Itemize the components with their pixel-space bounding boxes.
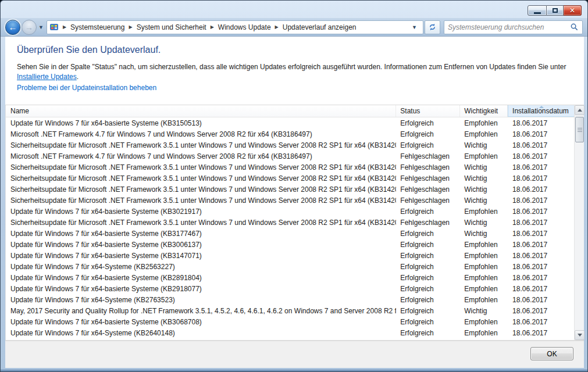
footer-bar: OK [5,341,584,368]
cell-importance: Empfohlen [460,263,508,271]
cell-status: Erfolgreich [396,307,460,315]
table-row[interactable]: Update für Windows 7 für x64-basierte Sy… [6,228,574,239]
cell-status: Fehlgeschlagen [396,163,460,171]
table-row[interactable]: Update für Windows 7 für x64-Systeme (KB… [6,327,574,338]
cell-importance: Empfohlen [460,329,508,337]
table-row[interactable]: May, 2017 Security and Quality Rollup fo… [6,305,574,316]
search-input[interactable] [448,22,570,33]
cell-importance: Wichtig [460,141,508,149]
column-header-status[interactable]: Status [396,105,460,117]
cell-name: Sicherheitsupdate für Microsoft .NET Fra… [6,163,396,171]
cell-name: May, 2017 Security and Quality Rollup fo… [6,307,396,315]
cell-importance: Empfohlen [460,285,508,293]
installed-updates-link[interactable]: Installierte Updates [17,73,77,81]
search-box[interactable] [444,20,583,34]
table-row[interactable]: Microsoft .NET Framework 4.7 für Windows… [6,128,574,140]
table-row[interactable]: Sicherheitsupdate für Microsoft .NET Fra… [6,173,574,184]
cell-installdate: 18.06.2017 [508,152,574,160]
thumb-grip-icon [578,130,582,130]
cell-installdate: 18.06.2017 [508,241,574,249]
title-bar[interactable]: ✕ [1,1,587,18]
table-row[interactable]: Update für Windows 7 für x64-Systeme (KB… [6,294,574,305]
column-header-installdate[interactable]: Installationsdatum [508,105,574,117]
breadcrumb-item[interactable]: Updateverlauf anzeigen [283,23,357,31]
vertical-scrollbar[interactable] [574,105,584,340]
table-row[interactable]: Update für Windows 7 für x64-basierte Sy… [6,316,574,327]
table-row[interactable]: Sicherheitsupdate für Microsoft .NET Fra… [6,140,574,151]
ok-button[interactable]: OK [530,347,573,360]
maximize-button[interactable] [547,5,564,16]
breadcrumb-chevron-icon[interactable]: ▶ [271,24,283,30]
close-button[interactable]: ✕ [564,5,582,16]
breadcrumb-chevron-icon[interactable]: ▶ [124,24,136,30]
back-button[interactable]: ← [5,20,20,35]
cell-name: Sicherheitsupdate für Microsoft .NET Fra… [6,141,396,149]
table-row[interactable]: Update für Windows 7 für x64-basierte Sy… [6,206,574,217]
cell-importance: Empfohlen [460,130,508,138]
table-row[interactable]: Update für Windows 7 für x64-basierte Sy… [6,250,574,261]
navigation-bar: ← → ▼ ▶ Systemsteuerung ▶ System und S [1,18,587,37]
cell-installdate: 18.06.2017 [508,196,574,205]
breadcrumb-chevron-icon[interactable]: ▶ [206,24,218,30]
cell-name: Update für Windows 7 für x64-basierte Sy… [6,119,396,127]
cell-installdate: 18.06.2017 [508,252,574,260]
scrollbar-thumb[interactable] [575,117,584,142]
table-row[interactable]: Microsoft .NET Framework 4.7 für Windows… [6,151,574,162]
magnifier-icon[interactable] [570,23,579,31]
forward-button[interactable]: → [22,20,37,35]
table-row[interactable]: Update für Windows 7 für x64-Systeme (KB… [6,261,574,272]
cell-status: Erfolgreich [396,141,460,149]
explorer-window: ✕ ← → ▼ ▶ Systemsteuerung [0,0,588,372]
description-period: . [77,73,79,81]
cell-status: Fehlgeschlagen [396,196,460,205]
cell-importance: Empfohlen [460,296,508,304]
control-panel-icon [49,23,59,32]
table-row[interactable]: Sicherheitsupdate für Microsoft .NET Fra… [6,184,574,195]
cell-installdate: 18.06.2017 [508,274,574,282]
table-row[interactable]: Update für Windows 7 für x64-basierte Sy… [6,117,574,128]
cell-status: Fehlgeschlagen [396,219,460,227]
breadcrumb-item[interactable]: System und Sicherheit [137,23,206,31]
history-dropdown-button[interactable]: ▼ [38,24,44,30]
table-row[interactable]: Update für Windows 7 für x64-basierte Sy… [6,283,574,294]
cell-name: Update für Windows 7 für x64-Systeme (KB… [6,263,396,271]
cell-installdate: 18.06.2017 [508,119,574,127]
address-bar[interactable]: ▶ Systemsteuerung ▶ System und Sicherhei… [47,20,423,34]
troubleshoot-link[interactable]: Probleme bei der Updateinstallation behe… [17,84,156,92]
cell-installdate: 18.06.2017 [508,263,574,271]
breadcrumb-chevron-icon[interactable]: ▶ [59,24,70,30]
cell-status: Erfolgreich [396,119,460,127]
breadcrumb-item[interactable]: Windows Update [218,23,271,31]
cell-installdate: 18.06.2017 [508,174,574,183]
arrow-right-icon: → [25,23,33,32]
description-text: Sehen Sie in der Spalte "Status" nach, u… [17,63,566,71]
refresh-button[interactable] [425,20,440,34]
cell-installdate: 18.06.2017 [508,130,574,138]
minimize-button[interactable] [528,5,547,16]
scroll-up-button[interactable] [575,105,585,115]
cell-importance: Wichtig [460,219,508,227]
thumb-grip-icon [578,131,582,132]
breadcrumb-item[interactable]: Systemsteuerung [70,23,124,31]
content-area: Überprüfen Sie den Updateverlauf. Sehen … [5,37,584,341]
table-row[interactable]: Sicherheitsupdate für Microsoft .NET Fra… [6,162,574,173]
cell-status: Erfolgreich [396,241,460,249]
cell-installdate: 18.06.2017 [508,230,574,238]
table-row[interactable]: Update für Windows 7 für x64-basierte Sy… [6,272,574,283]
column-header-importance[interactable]: Wichtigkeit [460,105,508,117]
table-row[interactable]: Sicherheitsupdate für Microsoft .NET Fra… [6,217,574,228]
column-header-name[interactable]: Name [6,105,396,117]
cell-status: Erfolgreich [396,263,460,271]
table-row[interactable]: Update für Windows 7 für x64-basierte Sy… [6,239,574,250]
scroll-down-button[interactable] [575,330,585,340]
cell-name: Sicherheitsupdate für Microsoft .NET Fra… [6,219,396,227]
cell-importance: Wichtig [460,174,508,183]
cell-installdate: 18.06.2017 [508,307,574,315]
address-dropdown-icon[interactable]: ▼ [408,24,420,30]
table-row[interactable]: Sicherheitsupdate für Microsoft .NET Fra… [6,195,574,206]
triangle-up-icon [578,109,582,112]
cell-name: Sicherheitsupdate für Microsoft .NET Fra… [6,196,396,205]
cell-status: Erfolgreich [396,329,460,337]
cell-status: Erfolgreich [396,318,460,326]
cell-importance: Empfohlen [460,208,508,216]
